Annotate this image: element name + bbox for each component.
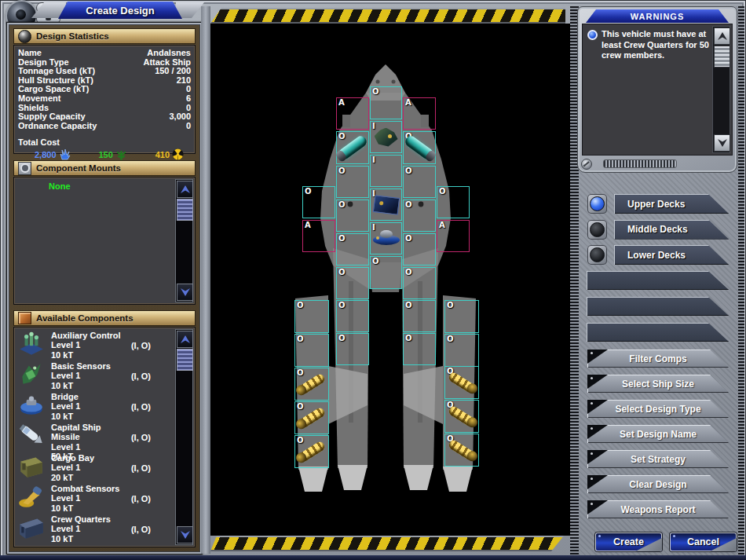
set-design-name-button[interactable]: Set Design Name — [587, 425, 729, 443]
deck-button-label: Upper Decks — [627, 199, 685, 210]
stat-label: Ordnance Capacity — [18, 122, 97, 131]
aux-control-icon — [17, 331, 46, 356]
deck-button-lower-decks[interactable]: Lower Decks — [614, 245, 729, 265]
stats-rows: NameAndalsnesDesign TypeAttack ShipTonna… — [14, 49, 195, 130]
cancel-button[interactable]: Cancel — [670, 533, 737, 551]
mounts-list: None — [14, 178, 195, 191]
component-list-item[interactable]: Crew QuartersLevel 110 kT(I, O) — [14, 513, 174, 544]
ship-slot-O[interactable]: O — [294, 300, 329, 333]
component-list-item[interactable]: Auxiliary ControlLevel 110 kT(I, O) — [14, 329, 174, 360]
scroll-up-button[interactable] — [714, 27, 730, 45]
ship-slot-O[interactable]: O — [336, 333, 369, 365]
ship-slot-O[interactable]: O — [336, 233, 369, 265]
blue-disc-component[interactable] — [386, 239, 400, 246]
deck-radio-middle-decks[interactable] — [587, 220, 607, 240]
weapons-report-button[interactable]: Weapons Report — [587, 500, 729, 518]
ship-slot-A[interactable]: A — [403, 97, 436, 130]
components-scrollbar[interactable] — [175, 329, 193, 545]
scroll-down-button[interactable] — [714, 134, 730, 152]
select-design-type-button[interactable]: Select Design Type — [587, 400, 729, 418]
component-name: Crew Quarters — [51, 514, 126, 524]
scroll-up-button[interactable] — [177, 331, 193, 348]
scroll-down-button[interactable] — [177, 284, 193, 301]
empty-slot-button[interactable] — [587, 297, 729, 316]
ship-slot-O[interactable]: O — [403, 300, 436, 332]
ship-slot-I[interactable]: I — [370, 155, 402, 187]
missile-left-component[interactable] — [312, 418, 326, 423]
engine-right-component[interactable] — [419, 148, 435, 153]
ship-slot-O[interactable]: O — [444, 334, 479, 367]
ship-slot-O[interactable]: O — [336, 267, 369, 299]
stat-row: Ordnance Capacity0 — [14, 122, 195, 131]
blue-panel-component[interactable] — [386, 205, 399, 214]
component-level: Level 1 — [51, 524, 126, 533]
mount-item[interactable]: None — [14, 178, 195, 191]
component-list-item[interactable]: Capital Ship MissileLevel 150 kT(I, O) — [14, 421, 174, 452]
deck-button-middle-decks[interactable]: Middle Decks — [614, 220, 729, 240]
set-strategy-button[interactable]: Set Strategy — [587, 450, 729, 468]
ship-slot-O[interactable]: O — [336, 166, 369, 198]
ship-slot-O[interactable]: O — [294, 334, 329, 367]
scroll-up-button[interactable] — [177, 181, 193, 198]
scroll-thumb[interactable] — [714, 46, 730, 68]
deck-radio-upper-decks[interactable] — [587, 194, 607, 214]
clear-design-button[interactable]: Clear Design — [587, 475, 729, 493]
missile-right-component[interactable] — [462, 382, 476, 387]
ship-slot-A[interactable]: A — [437, 220, 470, 252]
ship-slot-O[interactable]: O — [437, 186, 470, 218]
select-ship-size-button[interactable]: Select Ship Size — [587, 375, 729, 393]
empty-slot-button[interactable] — [587, 323, 729, 342]
ship-slot-O[interactable]: O — [403, 233, 436, 265]
empty-slot-button[interactable] — [587, 271, 729, 290]
component-list-item[interactable]: BridgeLevel 110 kT(I, O) — [14, 390, 174, 421]
ship-slot-O[interactable]: O — [336, 300, 369, 332]
left-panel: Design Statistics NameAndalsnesDesign Ty… — [6, 22, 203, 555]
engine-left-component[interactable] — [353, 148, 368, 153]
missile-right-component[interactable] — [462, 416, 476, 421]
ship-slot-O[interactable]: O — [370, 86, 402, 119]
scroll-thumb[interactable] — [177, 199, 193, 221]
scroll-down-button[interactable] — [177, 526, 193, 544]
ship-slot-O[interactable]: O — [444, 300, 479, 333]
total-cost-label: Total Cost — [14, 137, 195, 147]
component-size: 10 kT — [51, 503, 126, 513]
missile-left-component[interactable] — [312, 452, 326, 456]
stat-label: Name — [18, 49, 42, 58]
ship-slot-O[interactable]: O — [403, 267, 436, 299]
slot-letter: O — [305, 187, 312, 196]
component-list-item[interactable]: Combat SensorsLevel 110 kT(I, O) — [14, 482, 174, 513]
action-button-label: Set Strategy — [631, 454, 686, 465]
component-slot-types: (I, O) — [131, 525, 170, 534]
component-list-item[interactable]: Basic SensorsLevel 110 kT(I, O) — [14, 360, 174, 390]
deck-button-upper-decks[interactable]: Upper Decks — [614, 194, 729, 214]
sensor-cluster-component[interactable] — [386, 137, 398, 147]
ship-slot-A[interactable]: A — [336, 97, 369, 130]
missile-right-component[interactable] — [462, 450, 476, 455]
component-list-item[interactable]: Cargo BayLevel 120 kT(I, O) — [14, 452, 174, 482]
mounts-scrollbar[interactable] — [175, 179, 193, 302]
ship-slot-O[interactable]: O — [336, 199, 369, 232]
hazard-stripe-top — [210, 8, 565, 24]
ship-slot-A[interactable]: A — [302, 220, 335, 252]
create-button[interactable]: Create — [595, 533, 662, 551]
create-button-label: Create — [613, 536, 644, 547]
ship-slot-O[interactable]: O — [302, 186, 335, 218]
ship-slot-O[interactable]: O — [403, 166, 436, 198]
slot-letter: I — [372, 156, 375, 164]
capital-ship-missile-icon — [17, 423, 46, 448]
slot-letter: O — [297, 368, 304, 377]
deck-radio-lower-decks[interactable] — [587, 245, 607, 265]
ship-slot-O[interactable]: O — [403, 199, 436, 232]
panel-divider — [201, 6, 210, 554]
ship-slot-O[interactable]: O — [370, 256, 402, 289]
scroll-thumb[interactable] — [177, 349, 193, 371]
component-slot-types: (I, O) — [131, 433, 170, 442]
warnings-scrollbar[interactable] — [712, 26, 730, 153]
filter-comps-button[interactable]: Filter Comps — [587, 350, 729, 368]
slot-letter: A — [338, 98, 345, 107]
ship-slot-O[interactable]: O — [403, 333, 436, 365]
missile-left-component[interactable] — [312, 384, 326, 389]
cost-radioactives: 410 — [155, 148, 184, 160]
component-name: Cargo Bay — [51, 453, 126, 463]
slot-letter: O — [405, 268, 412, 276]
